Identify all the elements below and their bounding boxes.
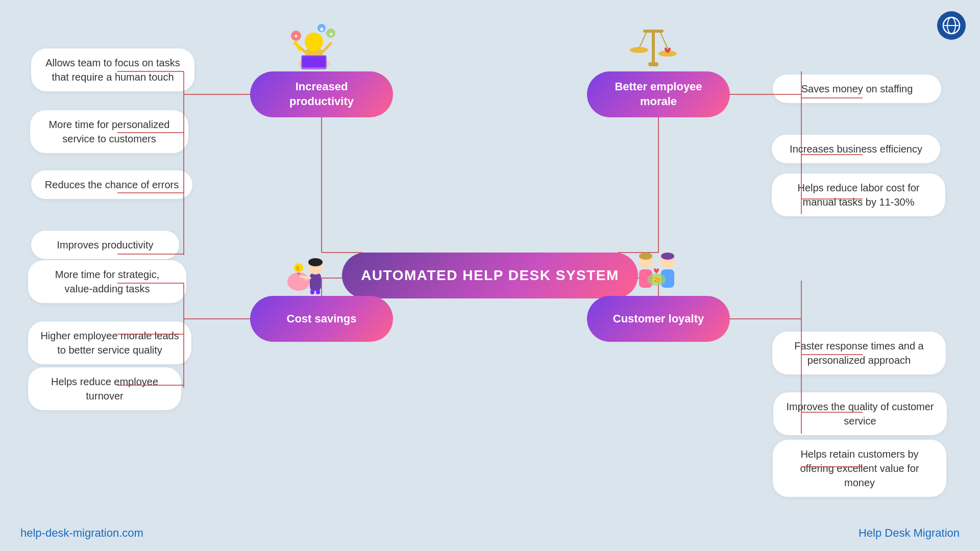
benefit-box-b7: Helps reduce employee turnover xyxy=(28,367,181,410)
benefit-box-b8: Saves money on staffing xyxy=(773,74,941,103)
benefit-box-b6: Higher employee morale leads to better s… xyxy=(28,321,191,364)
center-pill: AUTOMATED HELP DESK SYSTEM xyxy=(342,253,638,298)
svg-text:$: $ xyxy=(296,265,299,271)
pill-top-left-label: Increasedproductivity xyxy=(284,80,359,109)
benefit-box-b4: Improves productivity xyxy=(31,231,179,259)
svg-point-58 xyxy=(287,272,310,291)
benefit-box-b12: Improves the quality of customer service xyxy=(773,392,947,435)
benefit-box-b10: Helps reduce labor cost for manual tasks… xyxy=(772,173,945,216)
benefit-box-b3: Reduces the chance of errors xyxy=(31,170,192,199)
svg-rect-60 xyxy=(297,273,300,274)
benefit-box-b1: Allows team to focus on tasks that requi… xyxy=(31,48,194,91)
svg-point-57 xyxy=(308,258,323,266)
benefit-box-b9: Increases business efficiency xyxy=(772,135,940,163)
svg-rect-65 xyxy=(316,289,320,294)
svg-text:◉: ◉ xyxy=(320,26,324,32)
svg-rect-55 xyxy=(310,273,321,291)
benefit-box-b13: Helps retain customers by offering excel… xyxy=(773,440,946,497)
svg-point-72 xyxy=(639,253,652,260)
benefit-box-b5: More time for strategic, value-adding ta… xyxy=(28,260,186,303)
svg-rect-54 xyxy=(648,62,658,66)
logo-icon xyxy=(937,11,966,40)
pill-bottom-left-label: Cost savings xyxy=(282,312,362,327)
svg-line-40 xyxy=(323,43,331,52)
svg-text:✦: ✦ xyxy=(293,33,299,40)
pill-bottom-left: Cost savings xyxy=(250,296,393,342)
footer-website: help-desk-migration.com xyxy=(20,527,143,540)
illustration-morale xyxy=(628,20,679,69)
svg-rect-38 xyxy=(302,56,326,67)
pill-top-right: Better employeemorale xyxy=(587,71,730,117)
benefit-box-b11: Faster response times and a personalized… xyxy=(772,332,946,374)
center-pill-label: AUTOMATED HELP DESK SYSTEM xyxy=(361,267,619,284)
pill-top-right-label: Better employeemorale xyxy=(609,80,707,109)
svg-rect-64 xyxy=(310,289,314,294)
svg-point-36 xyxy=(305,33,323,51)
svg-line-51 xyxy=(660,33,668,48)
svg-line-50 xyxy=(639,33,646,48)
svg-text:🤝: 🤝 xyxy=(652,276,662,284)
svg-line-63 xyxy=(301,277,310,278)
benefit-box-b2: More time for personalized service to cu… xyxy=(30,110,188,153)
footer-brand: Help Desk Migration xyxy=(859,527,960,540)
svg-rect-48 xyxy=(652,31,655,64)
svg-text:★: ★ xyxy=(329,31,333,37)
illustration-savings: $ xyxy=(283,245,339,296)
pill-bottom-right: Customer loyalty xyxy=(587,296,730,342)
illustration-productivity: ✦ ★ ◉ xyxy=(286,20,342,71)
svg-point-73 xyxy=(661,253,674,260)
pill-bottom-right-label: Customer loyalty xyxy=(608,312,709,327)
pill-top-left: Increasedproductivity xyxy=(250,71,393,117)
svg-rect-49 xyxy=(643,30,664,33)
svg-rect-47 xyxy=(293,40,302,52)
svg-point-52 xyxy=(630,47,648,53)
